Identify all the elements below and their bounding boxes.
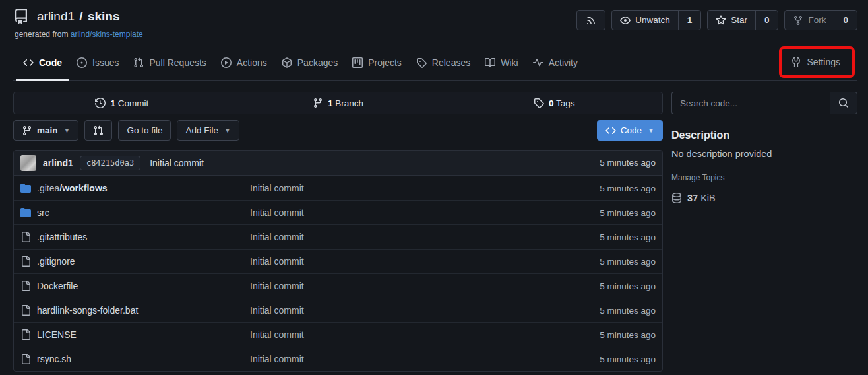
compare-button[interactable]: [84, 120, 112, 141]
repo-page: arlind1 / skins generated from arlind/sk…: [0, 0, 868, 372]
avatar[interactable]: [20, 155, 36, 171]
tab-wiki[interactable]: Wiki: [478, 46, 525, 81]
commit-label: Commit: [118, 98, 149, 108]
go-to-file-label: Go to file: [127, 125, 162, 135]
chevron-down-icon: ▼: [224, 127, 231, 134]
file-icon: [20, 281, 31, 291]
watch-button-group: Unwatch 1: [611, 10, 701, 30]
template-link[interactable]: arlind/skins-template: [71, 30, 143, 39]
commit-hash-link[interactable]: c84215d0a3: [80, 156, 140, 170]
code-download-button[interactable]: Code ▼: [597, 120, 663, 141]
file-time: 5 minutes ago: [543, 232, 656, 242]
tab-label: Projects: [368, 57, 402, 68]
repo-name-link[interactable]: skins: [88, 9, 120, 23]
file-link[interactable]: .gitattributes: [37, 232, 87, 242]
tab-label: Releases: [432, 57, 470, 68]
tab-label: Packages: [297, 57, 338, 68]
tab-issues[interactable]: Issues: [69, 46, 126, 81]
file-link[interactable]: hardlink-songs-folder.bat: [37, 305, 138, 316]
branches-stat[interactable]: 1 Branch: [230, 98, 447, 108]
table-row: .gitea/workflows Initial commit 5 minute…: [14, 176, 662, 200]
fork-button[interactable]: Fork: [785, 10, 834, 30]
manage-topics-link[interactable]: Manage Topics: [671, 173, 725, 182]
file-link[interactable]: rsync.sh: [37, 354, 71, 364]
star-button[interactable]: Star: [708, 10, 755, 30]
table-row: hardlink-songs-folder.bat Initial commit…: [14, 298, 662, 322]
star-count[interactable]: 0: [755, 10, 778, 30]
file-icon: [20, 256, 31, 267]
unwatch-label: Unwatch: [635, 15, 670, 25]
repo-icon: [13, 9, 29, 24]
tab-code[interactable]: Code: [16, 46, 69, 81]
file-commit-message[interactable]: Initial commit: [250, 354, 543, 364]
file-time: 5 minutes ago: [543, 257, 656, 267]
repo-owner-link[interactable]: arlind1: [37, 9, 75, 23]
tags-stat[interactable]: 0 Tags: [446, 98, 662, 108]
commit-author-link[interactable]: arlind1: [43, 158, 73, 168]
file-commit-message[interactable]: Initial commit: [250, 207, 543, 218]
code-icon: [605, 125, 616, 136]
file-link[interactable]: src: [37, 207, 49, 218]
search-button[interactable]: [830, 92, 857, 114]
file-link[interactable]: Dockerfile: [37, 281, 78, 291]
settings-annotation-box: Settings: [779, 46, 855, 78]
chevron-down-icon: ▼: [648, 127, 654, 134]
file-commit-message[interactable]: Initial commit: [250, 305, 543, 316]
repo-sidebar: Description No description provided Mana…: [671, 92, 857, 372]
repo-header: arlind1 / skins generated from arlind/sk…: [13, 0, 857, 39]
tab-label: Activity: [549, 57, 578, 68]
search-icon: [838, 98, 849, 108]
file-commit-message[interactable]: Initial commit: [250, 183, 543, 193]
file-time: 5 minutes ago: [543, 355, 656, 364]
file-icon: [20, 232, 31, 242]
tab-projects[interactable]: Projects: [345, 46, 409, 81]
file-icon: [20, 354, 31, 364]
fork-label: Fork: [808, 15, 826, 25]
fork-count[interactable]: 0: [834, 10, 857, 30]
tab-actions[interactable]: Actions: [214, 46, 274, 81]
branch-selector[interactable]: main ▼: [13, 120, 78, 141]
search-code-input[interactable]: [671, 92, 830, 114]
history-icon: [95, 98, 106, 108]
table-row: src Initial commit 5 minutes ago: [14, 200, 662, 224]
branch-icon: [22, 125, 32, 136]
file-icon: [20, 305, 31, 316]
commit-message-link[interactable]: Initial commit: [150, 158, 204, 168]
latest-commit-row: arlind1 c84215d0a3 Initial commit 5 minu…: [14, 151, 662, 176]
fork-icon: [793, 15, 803, 26]
add-file-label: Add File: [185, 125, 218, 135]
play-circle-icon: [221, 57, 232, 68]
tab-settings[interactable]: Settings: [786, 51, 846, 73]
add-file-button[interactable]: Add File ▼: [177, 120, 239, 141]
rss-button[interactable]: [576, 10, 605, 30]
file-time: 5 minutes ago: [543, 208, 656, 218]
tab-releases[interactable]: Releases: [409, 46, 478, 81]
unwatch-button[interactable]: Unwatch: [612, 10, 678, 30]
database-icon: [671, 193, 682, 203]
go-to-file-button[interactable]: Go to file: [118, 120, 171, 141]
tab-pull-requests[interactable]: Pull Requests: [126, 46, 213, 81]
size-value: 37: [687, 193, 698, 203]
repo-toolbar: main ▼ Go to file Add File ▼ Code ▼: [13, 120, 663, 141]
tab-activity[interactable]: Activity: [526, 46, 585, 81]
table-row: Dockerfile Initial commit 5 minutes ago: [14, 273, 662, 298]
project-board-icon: [352, 57, 363, 68]
file-commit-message[interactable]: Initial commit: [250, 256, 543, 267]
tab-label: Wiki: [501, 57, 518, 68]
file-link[interactable]: LICENSE: [37, 329, 77, 340]
file-commit-message[interactable]: Initial commit: [250, 329, 543, 340]
tab-packages[interactable]: Packages: [274, 46, 345, 81]
file-commit-message[interactable]: Initial commit: [250, 281, 543, 291]
star-icon: [716, 15, 726, 26]
file-commit-message[interactable]: Initial commit: [250, 232, 543, 242]
watch-count[interactable]: 1: [678, 10, 701, 30]
repo-title: arlind1 / skins: [13, 9, 143, 24]
star-button-group: Star 0: [707, 10, 778, 30]
size-unit: KiB: [700, 193, 716, 203]
commits-stat[interactable]: 1 Commit: [14, 98, 230, 108]
tab-label: Issues: [92, 57, 119, 68]
file-link[interactable]: .gitignore: [37, 256, 75, 267]
pull-request-icon: [133, 57, 144, 68]
file-link[interactable]: .gitea/workflows: [37, 183, 108, 193]
package-icon: [282, 57, 292, 68]
